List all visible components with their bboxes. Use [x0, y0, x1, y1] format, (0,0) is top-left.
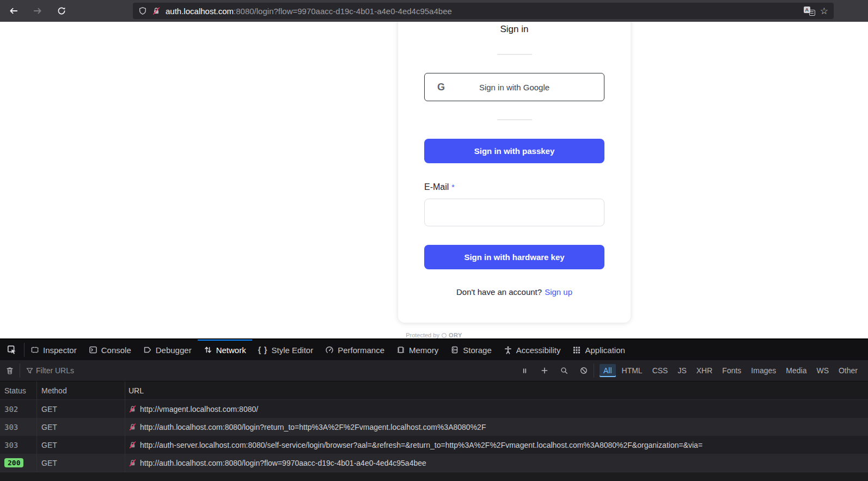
hardware-key-signin-button[interactable]: Sign in with hardware key	[424, 245, 604, 269]
divider	[497, 54, 532, 55]
address-bar[interactable]: auth.localhost.com:8080/login?flow=9970a…	[133, 3, 834, 19]
filter-urls-input[interactable]	[36, 366, 515, 375]
new-request-button[interactable]	[535, 366, 554, 375]
status-code: 303	[4, 441, 18, 449]
google-icon: G	[437, 82, 445, 93]
shield-icon[interactable]	[138, 7, 147, 15]
devtools-tabbar: Inspector Console Debugger Network { } S…	[0, 340, 868, 360]
google-signin-button[interactable]: G Sign in with Google	[424, 73, 604, 101]
tab-network[interactable]: Network	[198, 340, 252, 360]
filter-css[interactable]: CSS	[649, 364, 672, 377]
storage-icon	[450, 346, 459, 354]
request-method: GET	[37, 418, 125, 436]
passkey-signin-button[interactable]: Sign in with passkey	[424, 139, 604, 163]
ory-logo-icon	[442, 333, 447, 338]
divider	[497, 119, 532, 120]
accessibility-icon	[504, 346, 512, 354]
page-content: Sign in G Sign in with Google Sign in wi…	[0, 22, 868, 338]
filter-fonts[interactable]: Fonts	[718, 364, 745, 377]
protected-by-footer: Protected by ORY	[0, 332, 868, 338]
ory-brand: ORY	[449, 332, 462, 338]
network-filter-bar: All HTML CSS JS XHR Fonts Images Media W…	[0, 360, 868, 381]
performance-icon	[325, 346, 334, 354]
forward-button[interactable]	[32, 5, 44, 17]
filter-js[interactable]: JS	[674, 364, 690, 377]
table-header: Status Method URL	[0, 381, 868, 400]
insecure-lock-icon	[129, 459, 137, 467]
pick-element-button[interactable]	[0, 340, 24, 360]
required-asterisk: *	[451, 183, 454, 192]
inspector-icon	[30, 346, 39, 354]
signup-row: Don't have an account?Sign up	[398, 287, 631, 297]
tab-debugger[interactable]: Debugger	[137, 340, 198, 360]
url-path: :8080/login?flow=9970aacc-d19c-4b01-a4e0…	[234, 7, 452, 16]
debugger-icon	[143, 346, 152, 354]
table-row[interactable]: 303 GET http://auth.localhost.com:8080/l…	[0, 418, 868, 436]
insecure-lock-icon	[129, 405, 137, 413]
request-url: http://vmagent.localhost.com:8080/	[140, 405, 258, 414]
status-code: 302	[4, 405, 18, 414]
insecure-lock-icon[interactable]	[152, 7, 161, 15]
email-field[interactable]	[424, 199, 604, 226]
bookmark-star-icon[interactable]: ☆	[820, 7, 828, 16]
memory-icon	[396, 346, 405, 354]
status-code: 303	[4, 423, 18, 431]
separator	[20, 363, 20, 378]
filter-xhr[interactable]: XHR	[693, 364, 717, 377]
network-icon	[204, 346, 212, 354]
filter-funnel-icon	[26, 367, 34, 375]
filter-all[interactable]: All	[600, 364, 616, 377]
tab-application[interactable]: Application	[566, 340, 631, 360]
tab-memory[interactable]: Memory	[390, 340, 444, 360]
tab-storage[interactable]: Storage	[444, 340, 498, 360]
request-url: http://auth.localhost.com:8080/login?flo…	[140, 459, 426, 467]
tab-inspector[interactable]: Inspector	[25, 340, 83, 360]
console-icon	[89, 346, 97, 354]
request-url: http://auth-server.localhost.com:8080/se…	[140, 441, 702, 449]
tab-console[interactable]: Console	[83, 340, 137, 360]
request-method: GET	[37, 436, 125, 454]
search-icon[interactable]	[554, 366, 574, 375]
filter-images[interactable]: Images	[747, 364, 780, 377]
table-row[interactable]: 303 GET http://auth-server.localhost.com…	[0, 436, 868, 454]
email-label: E-Mail*	[424, 182, 455, 192]
request-method: GET	[37, 454, 125, 472]
clear-requests-button[interactable]	[0, 366, 20, 375]
devtools-panel: Inspector Console Debugger Network { } S…	[0, 338, 868, 481]
signup-link[interactable]: Sign up	[545, 287, 572, 297]
request-method: GET	[37, 400, 125, 418]
column-header-url[interactable]: URL	[125, 386, 868, 395]
url-text: auth.localhost.com:8080/login?flow=9970a…	[166, 7, 799, 16]
tab-performance[interactable]: Performance	[319, 340, 390, 360]
back-button[interactable]	[8, 5, 20, 17]
page-title: Sign in	[398, 24, 631, 35]
url-host: auth.localhost.com	[166, 7, 234, 16]
status-code-success: 200	[4, 458, 23, 467]
filter-html[interactable]: HTML	[618, 364, 646, 377]
pause-traffic-button[interactable]	[515, 367, 535, 375]
reload-button[interactable]	[56, 5, 68, 17]
filter-ws[interactable]: WS	[812, 364, 833, 377]
network-request-table: Status Method URL 302 GET http://vmagent…	[0, 381, 868, 472]
column-header-status[interactable]: Status	[0, 381, 37, 399]
request-url: http://auth.localhost.com:8080/login?ret…	[140, 423, 486, 431]
browser-toolbar: auth.localhost.com:8080/login?flow=9970a…	[0, 0, 868, 22]
insecure-lock-icon	[129, 441, 137, 449]
protected-by-label: Protected by	[406, 332, 439, 338]
column-header-method[interactable]: Method	[37, 381, 125, 399]
block-requests-button[interactable]	[574, 366, 594, 375]
table-row[interactable]: 200 GET http://auth.localhost.com:8080/l…	[0, 454, 868, 472]
style-editor-icon: { }	[258, 346, 268, 354]
devtools-footer-strip	[0, 472, 868, 481]
tab-style-editor[interactable]: { } Style Editor	[252, 340, 320, 360]
table-row[interactable]: 302 GET http://vmagent.localhost.com:808…	[0, 400, 868, 418]
translate-icon[interactable]: A	[804, 7, 815, 16]
filter-other[interactable]: Other	[835, 364, 861, 377]
tab-accessibility[interactable]: Accessibility	[498, 340, 567, 360]
signup-prompt: Don't have an account?	[456, 287, 542, 297]
google-signin-label: Sign in with Google	[479, 83, 549, 92]
request-type-filters: All HTML CSS JS XHR Fonts Images Media W…	[600, 364, 861, 377]
filter-media[interactable]: Media	[782, 364, 810, 377]
application-icon	[572, 346, 581, 354]
login-card: Sign in G Sign in with Google Sign in wi…	[398, 22, 631, 323]
